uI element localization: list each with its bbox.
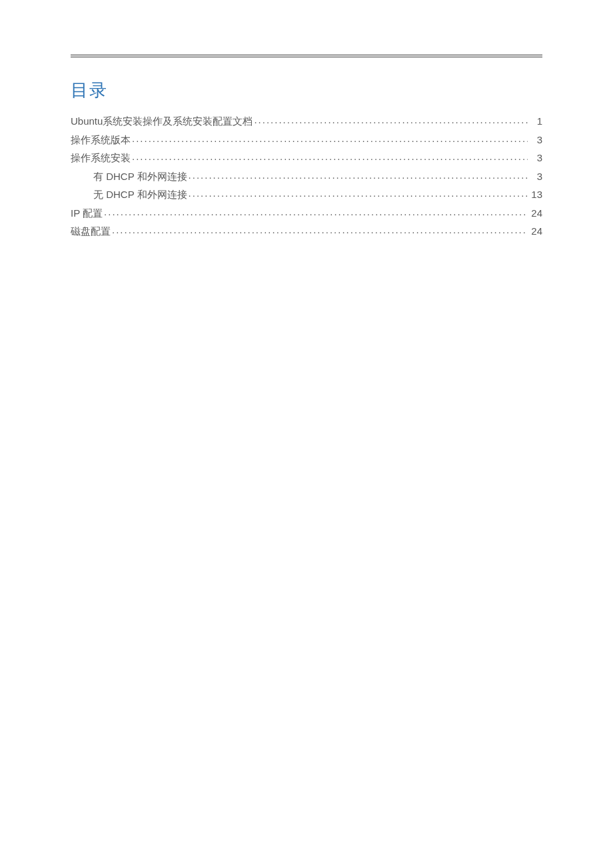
toc-entry-title: 有 DHCP 和外网连接	[93, 168, 187, 185]
toc-entry[interactable]: 操作系统版本 3	[71, 131, 542, 149]
toc-entry-title: 磁盘配置	[71, 223, 111, 240]
toc-entry-page: 24	[529, 223, 542, 240]
document-page: 目录 Ubuntu系统安装操作及系统安装配置文档 1 操作系统版本 3 操作系统…	[0, 0, 613, 868]
toc-entry-title: 操作系统版本	[71, 131, 131, 149]
toc-heading: 目录	[71, 79, 542, 102]
toc-entry[interactable]: 磁盘配置 24	[71, 223, 542, 240]
toc-entry[interactable]: IP 配置 24	[71, 205, 542, 222]
toc-leader	[189, 170, 528, 180]
toc-entry-page: 13	[529, 186, 542, 203]
toc-entry-page: 3	[529, 168, 542, 185]
toc-entry[interactable]: 操作系统安装 3	[71, 149, 542, 167]
header-rule	[71, 55, 542, 57]
toc-entry-title: 操作系统安装	[71, 149, 131, 167]
toc-entry-title: Ubuntu系统安装操作及系统安装配置文档	[71, 113, 253, 130]
toc-entry-page: 24	[529, 205, 542, 222]
toc-leader	[132, 151, 528, 161]
toc-leader	[189, 188, 528, 198]
toc-entry-title: IP 配置	[71, 205, 103, 222]
toc-leader	[112, 225, 528, 235]
toc-leader	[104, 207, 528, 217]
toc-entry[interactable]: 无 DHCP 和外网连接 13	[71, 186, 542, 203]
toc-leader	[254, 115, 528, 125]
toc-leader	[132, 133, 528, 143]
toc-entry[interactable]: Ubuntu系统安装操作及系统安装配置文档 1	[71, 113, 542, 130]
table-of-contents: Ubuntu系统安装操作及系统安装配置文档 1 操作系统版本 3 操作系统安装 …	[71, 113, 542, 240]
toc-entry-page: 3	[529, 149, 542, 167]
toc-entry[interactable]: 有 DHCP 和外网连接 3	[71, 168, 542, 185]
toc-entry-page: 3	[529, 131, 542, 149]
toc-entry-title: 无 DHCP 和外网连接	[93, 186, 187, 203]
toc-entry-page: 1	[529, 113, 542, 130]
